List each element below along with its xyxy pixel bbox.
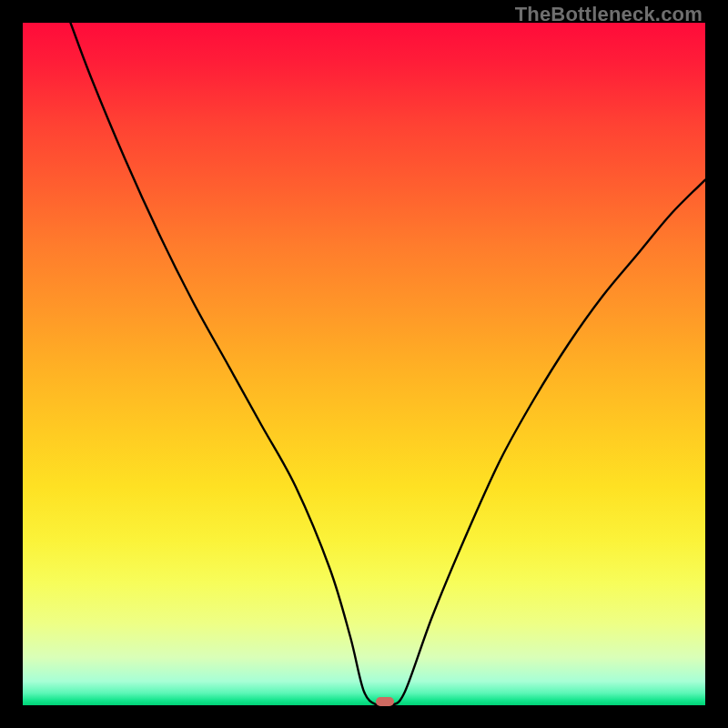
plot-area xyxy=(23,23,705,705)
chart-frame: TheBottleneck.com xyxy=(0,0,728,728)
watermark-text: TheBottleneck.com xyxy=(515,3,703,26)
optimal-point-marker xyxy=(376,697,394,706)
curve-path xyxy=(71,23,706,705)
bottleneck-curve xyxy=(23,23,705,705)
